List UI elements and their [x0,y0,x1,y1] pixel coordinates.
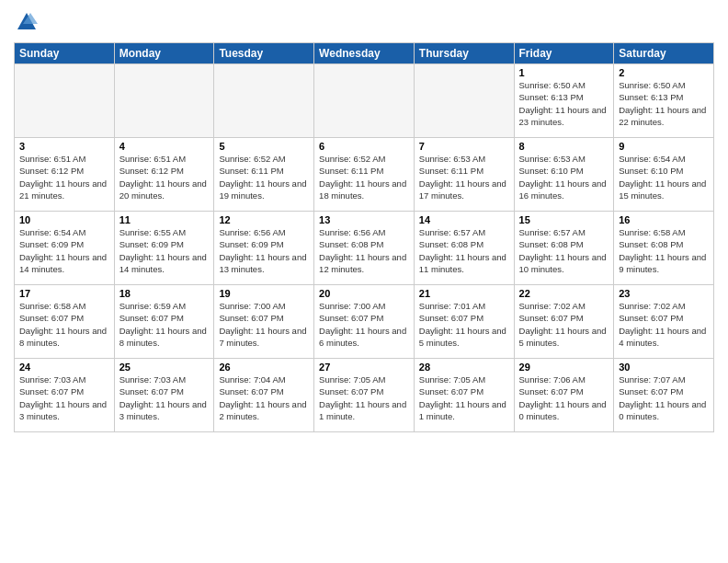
calendar-week-4: 24Sunrise: 7:03 AMSunset: 6:07 PMDayligh… [15,359,714,432]
day-info: Sunrise: 7:02 AMSunset: 6:07 PMDaylight:… [619,300,709,349]
calendar-cell [314,64,415,138]
day-number: 28 [419,362,509,373]
weekday-wednesday: Wednesday [314,43,415,64]
calendar-cell [114,64,214,138]
calendar-cell: 3Sunrise: 6:51 AMSunset: 6:12 PMDaylight… [15,138,115,212]
calendar-cell: 12Sunrise: 6:56 AMSunset: 6:09 PMDayligh… [214,212,314,285]
day-number: 8 [519,141,609,152]
weekday-monday: Monday [114,43,214,64]
day-info: Sunrise: 6:55 AMSunset: 6:09 PMDaylight:… [119,226,210,275]
calendar-cell: 21Sunrise: 7:01 AMSunset: 6:07 PMDayligh… [414,285,514,359]
calendar-cell: 10Sunrise: 6:54 AMSunset: 6:09 PMDayligh… [15,212,115,285]
calendar-cell: 27Sunrise: 7:05 AMSunset: 6:07 PMDayligh… [314,359,415,432]
calendar-cell: 25Sunrise: 7:03 AMSunset: 6:07 PMDayligh… [114,359,214,432]
calendar-body: 1Sunrise: 6:50 AMSunset: 6:13 PMDaylight… [15,64,714,432]
weekday-thursday: Thursday [414,43,514,64]
calendar-cell: 30Sunrise: 7:07 AMSunset: 6:07 PMDayligh… [614,359,714,432]
calendar-cell: 16Sunrise: 6:58 AMSunset: 6:08 PMDayligh… [614,212,714,285]
day-number: 2 [619,67,709,78]
day-number: 25 [119,362,210,373]
day-number: 17 [19,288,109,299]
day-info: Sunrise: 6:58 AMSunset: 6:08 PMDaylight:… [619,226,709,275]
calendar-cell: 28Sunrise: 7:05 AMSunset: 6:07 PMDayligh… [414,359,514,432]
day-info: Sunrise: 6:50 AMSunset: 6:13 PMDaylight:… [619,79,709,128]
day-info: Sunrise: 7:00 AMSunset: 6:07 PMDaylight:… [219,300,309,349]
day-info: Sunrise: 7:03 AMSunset: 6:07 PMDaylight:… [119,373,210,422]
calendar-cell: 2Sunrise: 6:50 AMSunset: 6:13 PMDaylight… [614,64,714,138]
day-info: Sunrise: 7:05 AMSunset: 6:07 PMDaylight:… [319,373,409,422]
calendar-cell: 14Sunrise: 6:57 AMSunset: 6:08 PMDayligh… [414,212,514,285]
calendar-week-1: 3Sunrise: 6:51 AMSunset: 6:12 PMDaylight… [15,138,714,212]
day-number: 5 [219,141,309,152]
logo [14,9,43,35]
day-number: 1 [519,67,609,78]
day-number: 23 [619,288,709,299]
calendar-cell: 24Sunrise: 7:03 AMSunset: 6:07 PMDayligh… [15,359,115,432]
calendar-cell: 6Sunrise: 6:52 AMSunset: 6:11 PMDaylight… [314,138,415,212]
day-info: Sunrise: 6:54 AMSunset: 6:09 PMDaylight:… [19,226,109,275]
day-number: 27 [319,362,409,373]
calendar-cell: 7Sunrise: 6:53 AMSunset: 6:11 PMDaylight… [414,138,514,212]
day-number: 20 [319,288,409,299]
calendar-cell: 1Sunrise: 6:50 AMSunset: 6:13 PMDaylight… [514,64,614,138]
day-info: Sunrise: 7:06 AMSunset: 6:07 PMDaylight:… [519,373,609,422]
calendar-cell: 8Sunrise: 6:53 AMSunset: 6:10 PMDaylight… [514,138,614,212]
calendar-cell: 17Sunrise: 6:58 AMSunset: 6:07 PMDayligh… [15,285,115,359]
day-info: Sunrise: 6:56 AMSunset: 6:08 PMDaylight:… [319,226,409,275]
day-number: 19 [219,288,309,299]
calendar-cell: 29Sunrise: 7:06 AMSunset: 6:07 PMDayligh… [514,359,614,432]
day-info: Sunrise: 6:58 AMSunset: 6:07 PMDaylight:… [19,300,109,349]
day-info: Sunrise: 6:52 AMSunset: 6:11 PMDaylight:… [319,153,409,201]
day-info: Sunrise: 7:04 AMSunset: 6:07 PMDaylight:… [219,373,309,422]
weekday-friday: Friday [514,43,614,64]
calendar-cell: 26Sunrise: 7:04 AMSunset: 6:07 PMDayligh… [214,359,314,432]
weekday-header: SundayMondayTuesdayWednesdayThursdayFrid… [15,43,714,64]
day-number: 22 [519,288,609,299]
logo-icon [14,9,40,35]
weekday-tuesday: Tuesday [214,43,314,64]
weekday-sunday: Sunday [15,43,115,64]
calendar-cell [15,64,115,138]
day-info: Sunrise: 6:51 AMSunset: 6:12 PMDaylight:… [19,153,109,201]
day-info: Sunrise: 6:52 AMSunset: 6:11 PMDaylight:… [219,153,309,201]
day-info: Sunrise: 7:03 AMSunset: 6:07 PMDaylight:… [19,373,109,422]
day-number: 18 [119,288,210,299]
day-number: 3 [19,141,109,152]
calendar-cell: 4Sunrise: 6:51 AMSunset: 6:12 PMDaylight… [114,138,214,212]
page: SundayMondayTuesdayWednesdayThursdayFrid… [0,0,728,563]
calendar-cell [414,64,514,138]
calendar-cell: 11Sunrise: 6:55 AMSunset: 6:09 PMDayligh… [114,212,214,285]
calendar-cell: 23Sunrise: 7:02 AMSunset: 6:07 PMDayligh… [614,285,714,359]
day-number: 30 [619,362,709,373]
day-number: 21 [419,288,509,299]
day-info: Sunrise: 6:53 AMSunset: 6:11 PMDaylight:… [419,153,509,201]
day-number: 13 [319,214,409,225]
day-number: 7 [419,141,509,152]
day-info: Sunrise: 6:57 AMSunset: 6:08 PMDaylight:… [419,226,509,275]
day-number: 12 [219,214,309,225]
day-info: Sunrise: 6:54 AMSunset: 6:10 PMDaylight:… [619,153,709,201]
day-info: Sunrise: 7:01 AMSunset: 6:07 PMDaylight:… [419,300,509,349]
day-number: 15 [519,214,609,225]
day-number: 11 [119,214,210,225]
day-info: Sunrise: 7:00 AMSunset: 6:07 PMDaylight:… [319,300,409,349]
day-info: Sunrise: 7:07 AMSunset: 6:07 PMDaylight:… [619,373,709,422]
calendar-week-0: 1Sunrise: 6:50 AMSunset: 6:13 PMDaylight… [15,64,714,138]
calendar-week-2: 10Sunrise: 6:54 AMSunset: 6:09 PMDayligh… [15,212,714,285]
header [14,9,714,35]
calendar-cell: 18Sunrise: 6:59 AMSunset: 6:07 PMDayligh… [114,285,214,359]
day-number: 4 [119,141,210,152]
day-info: Sunrise: 6:57 AMSunset: 6:08 PMDaylight:… [519,226,609,275]
weekday-saturday: Saturday [614,43,714,64]
day-info: Sunrise: 7:05 AMSunset: 6:07 PMDaylight:… [419,373,509,422]
calendar-cell [214,64,314,138]
calendar-cell: 13Sunrise: 6:56 AMSunset: 6:08 PMDayligh… [314,212,415,285]
day-number: 14 [419,214,509,225]
day-number: 10 [19,214,109,225]
day-number: 16 [619,214,709,225]
day-number: 9 [619,141,709,152]
calendar-cell: 19Sunrise: 7:00 AMSunset: 6:07 PMDayligh… [214,285,314,359]
day-info: Sunrise: 6:59 AMSunset: 6:07 PMDaylight:… [119,300,210,349]
day-info: Sunrise: 6:51 AMSunset: 6:12 PMDaylight:… [119,153,210,201]
calendar-week-3: 17Sunrise: 6:58 AMSunset: 6:07 PMDayligh… [15,285,714,359]
